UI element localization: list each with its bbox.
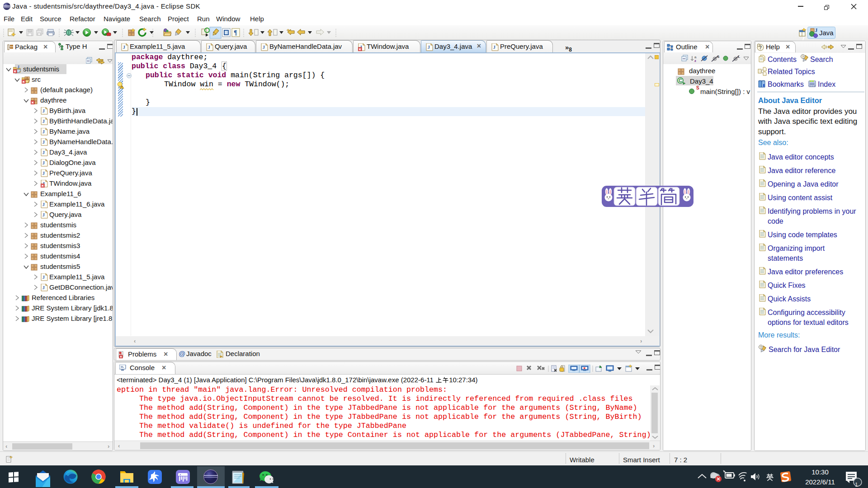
svg-text:z: z xyxy=(694,59,696,63)
svg-text:J: J xyxy=(815,27,818,33)
svg-text:¶: ¶ xyxy=(234,29,237,36)
svg-text:C: C xyxy=(679,78,682,83)
svg-text:Java: Java xyxy=(819,29,834,37)
svg-text:?: ? xyxy=(802,55,804,59)
svg-text:?: ? xyxy=(760,345,762,349)
